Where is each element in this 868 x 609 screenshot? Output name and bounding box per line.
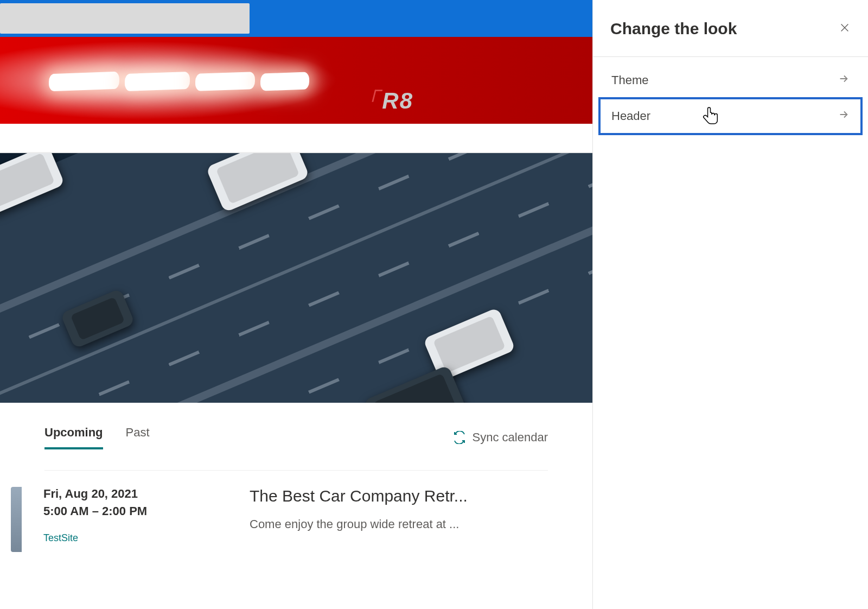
close-icon[interactable] <box>839 22 851 36</box>
event-thumbnail <box>11 487 22 552</box>
event-date: Fri, Aug 20, 2021 <box>43 487 228 501</box>
events-webpart: Upcoming Past Sync calendar <box>0 403 592 560</box>
sync-icon <box>453 431 466 444</box>
cursor-pointer-icon <box>703 106 720 130</box>
chevron-right-icon <box>838 109 850 124</box>
sync-calendar-button[interactable]: Sync calendar <box>453 430 548 445</box>
event-title: The Best Car Company Retr... <box>250 487 537 505</box>
suite-bar <box>0 0 592 37</box>
event-time: 5:00 AM – 2:00 PM <box>43 504 228 518</box>
search-input[interactable] <box>0 3 250 34</box>
r8-badge: 「R8 <box>357 86 413 116</box>
event-description: Come enjoy the group wide retreat at ... <box>250 517 537 531</box>
sync-calendar-label: Sync calendar <box>473 430 548 445</box>
menu-item-theme[interactable]: Theme <box>599 62 861 98</box>
events-tabs: Upcoming Past <box>44 426 150 449</box>
hero-image <box>0 153 592 403</box>
site-header-image: 「R8 <box>0 37 592 124</box>
tab-upcoming[interactable]: Upcoming <box>44 426 103 449</box>
event-site-link[interactable]: TestSite <box>43 532 228 544</box>
tab-past[interactable]: Past <box>126 426 150 449</box>
change-the-look-panel: Change the look Theme Header <box>592 0 868 609</box>
menu-item-header[interactable]: Header <box>599 98 861 134</box>
panel-title: Change the look <box>610 20 737 38</box>
page-main: 「R8 Upcoming Past <box>0 0 592 609</box>
chevron-right-icon <box>838 73 850 88</box>
menu-item-theme-label: Theme <box>611 73 648 87</box>
menu-item-header-label: Header <box>611 109 650 123</box>
event-item[interactable]: Fri, Aug 20, 2021 5:00 AM – 2:00 PM Test… <box>44 470 548 560</box>
